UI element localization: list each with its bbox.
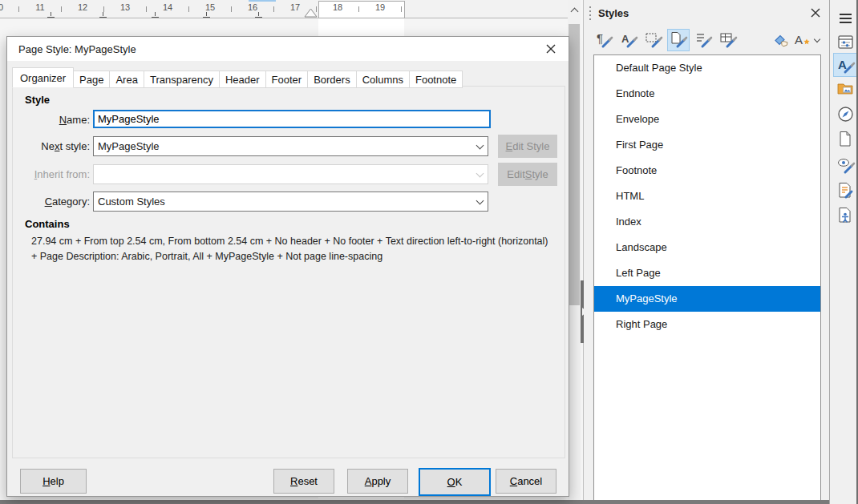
tab-header[interactable]: Header (219, 71, 266, 88)
properties-icon (836, 32, 856, 52)
contains-section-heading: Contains (25, 218, 70, 230)
dialog-close-button[interactable] (532, 37, 569, 61)
close-icon (546, 44, 556, 54)
indent-marker[interactable] (304, 8, 318, 18)
dropdown-icon[interactable] (471, 192, 488, 211)
character-styles-button[interactable]: A (617, 29, 640, 51)
page-icon (836, 129, 856, 149)
dialog-tabstrip: Organizer Page Area Transparency Header … (12, 67, 463, 88)
tab-stop-marker[interactable] (47, 12, 55, 18)
paragraph-styles-button[interactable]: ¶ (593, 29, 615, 51)
list-item[interactable]: Right Page (594, 312, 820, 337)
styles-icon: A (836, 55, 856, 75)
navigator-icon (836, 104, 856, 124)
ok-button[interactable]: OK (419, 468, 491, 496)
style-actions-toolbar: A (770, 29, 826, 51)
sidebar-tab-style-inspector[interactable] (833, 153, 857, 177)
list-item[interactable]: Footnote (594, 158, 820, 183)
gallery-icon (836, 79, 856, 99)
panel-title: Styles (598, 7, 629, 19)
list-item[interactable]: Default Page Style (594, 55, 820, 81)
svg-text:¶: ¶ (597, 31, 603, 45)
page-style-dialog: Page Style: MyPageStyle Organizer Page A… (6, 36, 569, 497)
sidebar-tab-bar: A (829, 0, 858, 504)
inherit-from-combobox (93, 164, 488, 184)
category-value: Custom Styles (94, 196, 471, 208)
sidebar-settings-button[interactable] (833, 6, 857, 30)
horizontal-ruler[interactable]: 10 11 12 13 14 15 16 17 18 19 (0, 0, 569, 18)
application-window: 10 11 12 13 14 15 16 17 18 19 Styles (0, 0, 858, 504)
scrollbar-thumb[interactable] (569, 24, 580, 305)
list-item-selected[interactable]: MyPageStyle (594, 286, 820, 312)
page-styles-button[interactable] (667, 29, 690, 51)
sidebar-tab-navigator[interactable] (833, 102, 857, 126)
list-item[interactable]: First Page (594, 132, 820, 158)
dropdown-icon[interactable] (471, 137, 488, 155)
ruler-ticks (0, 6, 403, 12)
new-style-from-selection-button[interactable]: A (792, 29, 813, 51)
sidebar-tab-page[interactable] (833, 127, 857, 151)
list-item[interactable]: Endnote (594, 81, 820, 107)
tab-transparency[interactable]: Transparency (144, 71, 220, 88)
tab-stop-marker[interactable] (99, 12, 107, 18)
reset-button[interactable]: Reset (273, 469, 334, 494)
document-scrollbar[interactable] (568, 0, 581, 504)
window-bottom-edge (0, 500, 830, 504)
scroll-up-icon[interactable] (571, 8, 579, 16)
sidebar-tab-gallery[interactable] (833, 77, 857, 101)
edit-style-button-next[interactable]: Edit Style (498, 135, 557, 158)
sidebar-tab-styles[interactable]: A (833, 53, 857, 77)
sidebar-tab-accessibility-check[interactable] (833, 203, 857, 227)
tab-borders[interactable]: Borders (307, 71, 357, 88)
dropdown-icon (471, 165, 488, 183)
tab-columns[interactable]: Columns (356, 71, 410, 88)
styles-list: Default Page Style Endnote Envelope Firs… (593, 54, 821, 503)
help-button[interactable]: Help (20, 469, 87, 494)
cancel-button[interactable]: Cancel (496, 469, 556, 494)
panel-grip[interactable] (589, 6, 591, 20)
tab-stop-marker[interactable] (152, 12, 159, 18)
tab-stop-marker[interactable] (255, 12, 262, 18)
list-item[interactable]: HTML (594, 183, 820, 209)
menu-icon (840, 14, 852, 22)
list-item[interactable]: Left Page (594, 260, 820, 286)
new-style-dropdown-icon[interactable] (814, 35, 820, 42)
frame-styles-button[interactable] (642, 29, 665, 51)
category-combobox[interactable]: Custom Styles (93, 192, 488, 212)
style-inspector-icon (836, 155, 856, 175)
tab-stop-marker[interactable] (203, 12, 210, 18)
table-styles-button[interactable] (717, 29, 739, 51)
dialog-title: Page Style: MyPageStyle (18, 43, 136, 55)
sidebar-tab-properties[interactable] (833, 30, 857, 54)
styles-sidebar-panel: Styles ¶ A (584, 0, 830, 504)
fill-format-mode-button[interactable] (770, 29, 791, 51)
next-style-label: Next style: (14, 140, 90, 152)
style-section-heading: Style (25, 94, 50, 106)
inherit-from-label: Inherit from: (14, 168, 90, 180)
category-label: Category: (14, 196, 90, 208)
name-input[interactable] (93, 110, 491, 128)
panel-close-icon[interactable] (811, 8, 820, 18)
manage-changes-icon (836, 180, 856, 200)
next-style-combobox[interactable]: MyPageStyle (93, 136, 488, 156)
tab-footer[interactable]: Footer (265, 71, 309, 88)
name-label: Name: (14, 114, 90, 126)
accessibility-check-icon (836, 205, 856, 225)
tab-area[interactable]: Area (109, 71, 144, 88)
list-styles-button[interactable] (692, 29, 714, 51)
next-style-value: MyPageStyle (94, 140, 471, 152)
apply-button[interactable]: Apply (347, 469, 408, 494)
edit-style-button-inherit[interactable]: Edit Style (498, 163, 557, 186)
tab-page[interactable]: Page (73, 71, 110, 88)
tab-organizer[interactable]: Organizer (12, 67, 74, 88)
tab-footnote[interactable]: Footnote (409, 71, 463, 88)
list-item[interactable]: Landscape (594, 235, 820, 260)
sidebar-tab-manage-changes[interactable] (833, 178, 857, 202)
svg-text:A: A (795, 33, 803, 46)
list-item[interactable]: Envelope (594, 107, 820, 132)
contains-text: 27.94 cm + From top 2.54 cm, From bottom… (31, 234, 548, 264)
toolbar-highlight-sliver (249, 0, 276, 2)
svg-text:A: A (621, 33, 629, 45)
list-item[interactable]: Index (594, 209, 820, 235)
dialog-titlebar[interactable]: Page Style: MyPageStyle (7, 37, 569, 61)
